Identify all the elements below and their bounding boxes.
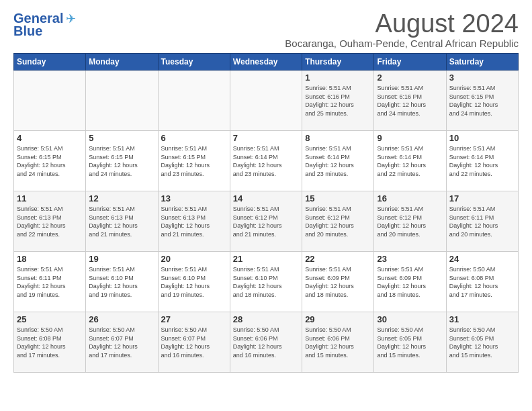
calendar-cell: 5Sunrise: 5:51 AM Sunset: 6:15 PM Daylig…: [86, 131, 158, 191]
day-number: 6: [161, 133, 227, 143]
day-number: 22: [305, 254, 371, 264]
calendar-cell: 22Sunrise: 5:51 AM Sunset: 6:09 PM Dayli…: [302, 252, 374, 312]
calendar-cell: 16Sunrise: 5:51 AM Sunset: 6:12 PM Dayli…: [374, 191, 446, 252]
day-info: Sunrise: 5:51 AM Sunset: 6:16 PM Dayligh…: [377, 84, 443, 118]
day-number: 18: [17, 254, 83, 264]
day-number: 24: [449, 254, 515, 264]
day-info: Sunrise: 5:51 AM Sunset: 6:13 PM Dayligh…: [89, 205, 154, 238]
day-number: 1: [305, 73, 371, 83]
day-info: Sunrise: 5:51 AM Sunset: 6:10 PM Dayligh…: [161, 265, 227, 299]
day-number: 15: [305, 193, 371, 203]
calendar: SundayMondayTuesdayWednesdayThursdayFrid…: [13, 53, 519, 373]
day-number: 19: [89, 254, 154, 264]
calendar-cell: 9Sunrise: 5:51 AM Sunset: 6:14 PM Daylig…: [374, 131, 446, 191]
day-number: 7: [233, 133, 299, 143]
day-info: Sunrise: 5:51 AM Sunset: 6:10 PM Dayligh…: [89, 265, 154, 299]
header: General ✈ Blue August 2024 Bocaranga, Ou…: [13, 11, 519, 49]
calendar-cell: 8Sunrise: 5:51 AM Sunset: 6:14 PM Daylig…: [302, 131, 374, 191]
page: General ✈ Blue August 2024 Bocaranga, Ou…: [0, 0, 532, 379]
day-info: Sunrise: 5:51 AM Sunset: 6:15 PM Dayligh…: [17, 144, 83, 178]
day-number: 14: [233, 193, 299, 203]
subtitle: Bocaranga, Ouham-Pende, Central African …: [285, 38, 519, 49]
day-number: 10: [449, 133, 515, 143]
day-number: 21: [233, 254, 299, 264]
day-info: Sunrise: 5:50 AM Sunset: 6:06 PM Dayligh…: [233, 326, 299, 359]
calendar-cell: 27Sunrise: 5:50 AM Sunset: 6:07 PM Dayli…: [158, 312, 230, 373]
day-header-monday: Monday: [86, 54, 158, 71]
calendar-cell: 7Sunrise: 5:51 AM Sunset: 6:14 PM Daylig…: [230, 131, 302, 191]
day-info: Sunrise: 5:50 AM Sunset: 6:06 PM Dayligh…: [305, 326, 371, 359]
day-info: Sunrise: 5:51 AM Sunset: 6:14 PM Dayligh…: [305, 144, 371, 178]
calendar-cell: 3Sunrise: 5:51 AM Sunset: 6:15 PM Daylig…: [446, 71, 518, 131]
day-number: 30: [377, 314, 443, 324]
calendar-cell: 24Sunrise: 5:50 AM Sunset: 6:08 PM Dayli…: [446, 252, 518, 312]
calendar-cell: 2Sunrise: 5:51 AM Sunset: 6:16 PM Daylig…: [374, 71, 446, 131]
calendar-cell: 23Sunrise: 5:51 AM Sunset: 6:09 PM Dayli…: [374, 252, 446, 312]
day-info: Sunrise: 5:51 AM Sunset: 6:11 PM Dayligh…: [449, 205, 515, 238]
day-number: 13: [161, 193, 227, 203]
calendar-cell: [230, 71, 302, 131]
day-info: Sunrise: 5:51 AM Sunset: 6:16 PM Dayligh…: [305, 84, 371, 118]
day-info: Sunrise: 5:51 AM Sunset: 6:14 PM Dayligh…: [449, 144, 515, 178]
day-number: 5: [89, 133, 154, 143]
day-number: 16: [377, 193, 443, 203]
day-info: Sunrise: 5:51 AM Sunset: 6:14 PM Dayligh…: [377, 144, 443, 178]
calendar-cell: 11Sunrise: 5:51 AM Sunset: 6:13 PM Dayli…: [14, 191, 86, 252]
day-number: 29: [305, 314, 371, 324]
calendar-cell: 10Sunrise: 5:51 AM Sunset: 6:14 PM Dayli…: [446, 131, 518, 191]
day-number: 26: [89, 314, 154, 324]
calendar-cell: 12Sunrise: 5:51 AM Sunset: 6:13 PM Dayli…: [86, 191, 158, 252]
day-info: Sunrise: 5:51 AM Sunset: 6:10 PM Dayligh…: [233, 265, 299, 299]
calendar-cell: [158, 71, 230, 131]
calendar-cell: 13Sunrise: 5:51 AM Sunset: 6:13 PM Dayli…: [158, 191, 230, 252]
day-header-saturday: Saturday: [446, 54, 518, 71]
day-number: 9: [377, 133, 443, 143]
calendar-cell: 28Sunrise: 5:50 AM Sunset: 6:06 PM Dayli…: [230, 312, 302, 373]
day-header-tuesday: Tuesday: [158, 54, 230, 71]
day-info: Sunrise: 5:51 AM Sunset: 6:14 PM Dayligh…: [233, 144, 299, 178]
day-number: 2: [377, 73, 443, 83]
day-info: Sunrise: 5:51 AM Sunset: 6:13 PM Dayligh…: [17, 205, 83, 238]
day-info: Sunrise: 5:51 AM Sunset: 6:12 PM Dayligh…: [233, 205, 299, 238]
day-info: Sunrise: 5:50 AM Sunset: 6:07 PM Dayligh…: [161, 326, 227, 359]
calendar-cell: 1Sunrise: 5:51 AM Sunset: 6:16 PM Daylig…: [302, 71, 374, 131]
day-number: 17: [449, 193, 515, 203]
calendar-cell: 4Sunrise: 5:51 AM Sunset: 6:15 PM Daylig…: [14, 131, 86, 191]
day-number: 28: [233, 314, 299, 324]
day-info: Sunrise: 5:50 AM Sunset: 6:07 PM Dayligh…: [89, 326, 154, 359]
calendar-cell: 30Sunrise: 5:50 AM Sunset: 6:05 PM Dayli…: [374, 312, 446, 373]
calendar-cell: [86, 71, 158, 131]
day-info: Sunrise: 5:51 AM Sunset: 6:09 PM Dayligh…: [305, 265, 371, 299]
day-info: Sunrise: 5:51 AM Sunset: 6:15 PM Dayligh…: [161, 144, 227, 178]
calendar-cell: [14, 71, 86, 131]
day-info: Sunrise: 5:51 AM Sunset: 6:09 PM Dayligh…: [377, 265, 443, 299]
day-number: 31: [449, 314, 515, 324]
day-header-wednesday: Wednesday: [230, 54, 302, 71]
calendar-cell: 26Sunrise: 5:50 AM Sunset: 6:07 PM Dayli…: [86, 312, 158, 373]
day-info: Sunrise: 5:51 AM Sunset: 6:12 PM Dayligh…: [305, 205, 371, 238]
day-info: Sunrise: 5:51 AM Sunset: 6:11 PM Dayligh…: [17, 265, 83, 299]
calendar-cell: 14Sunrise: 5:51 AM Sunset: 6:12 PM Dayli…: [230, 191, 302, 252]
day-number: 23: [377, 254, 443, 264]
month-title: August 2024: [285, 11, 519, 36]
calendar-cell: 31Sunrise: 5:50 AM Sunset: 6:05 PM Dayli…: [446, 312, 518, 373]
day-number: 3: [449, 73, 515, 83]
calendar-cell: 21Sunrise: 5:51 AM Sunset: 6:10 PM Dayli…: [230, 252, 302, 312]
day-number: 4: [17, 133, 83, 143]
day-info: Sunrise: 5:51 AM Sunset: 6:15 PM Dayligh…: [89, 144, 154, 178]
day-info: Sunrise: 5:50 AM Sunset: 6:05 PM Dayligh…: [449, 326, 515, 359]
calendar-cell: 18Sunrise: 5:51 AM Sunset: 6:11 PM Dayli…: [14, 252, 86, 312]
day-info: Sunrise: 5:51 AM Sunset: 6:12 PM Dayligh…: [377, 205, 443, 238]
calendar-cell: 25Sunrise: 5:50 AM Sunset: 6:08 PM Dayli…: [14, 312, 86, 373]
day-number: 20: [161, 254, 227, 264]
day-header-thursday: Thursday: [302, 54, 374, 71]
calendar-cell: 17Sunrise: 5:51 AM Sunset: 6:11 PM Dayli…: [446, 191, 518, 252]
logo-bird-icon: ✈: [66, 11, 76, 26]
day-header-friday: Friday: [374, 54, 446, 71]
calendar-cell: 29Sunrise: 5:50 AM Sunset: 6:06 PM Dayli…: [302, 312, 374, 373]
day-header-sunday: Sunday: [14, 54, 86, 71]
day-number: 11: [17, 193, 83, 203]
day-info: Sunrise: 5:50 AM Sunset: 6:08 PM Dayligh…: [17, 326, 83, 359]
day-info: Sunrise: 5:51 AM Sunset: 6:15 PM Dayligh…: [449, 84, 515, 118]
calendar-cell: 15Sunrise: 5:51 AM Sunset: 6:12 PM Dayli…: [302, 191, 374, 252]
